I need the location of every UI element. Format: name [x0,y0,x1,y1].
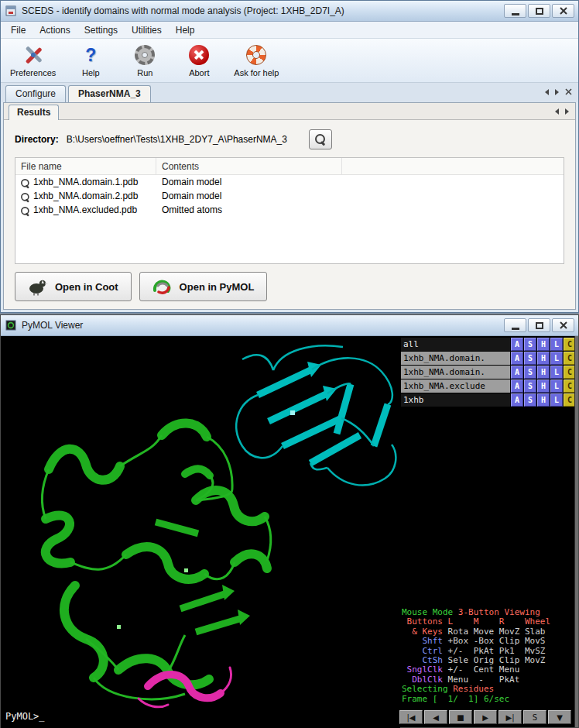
panel-button-label[interactable]: L [550,393,563,407]
help-label: Help [82,68,100,77]
menu-settings[interactable]: Settings [77,23,125,37]
column-file-name[interactable]: File name [15,158,156,174]
preferences-button[interactable]: Preferences [7,42,59,79]
results-scroll-right-icon[interactable] [565,108,569,115]
panel-button-hide[interactable]: H [537,393,550,407]
close-button[interactable] [552,4,574,18]
panel-button-action[interactable]: A [511,379,523,393]
object-name[interactable]: 1xhb_NMA.exclude [401,379,510,393]
panel-button-label[interactable]: L [550,352,563,365]
open-in-coot-label: Open in Coot [55,281,118,293]
tab-results[interactable]: Results [9,105,59,120]
browse-directory-button[interactable] [309,129,332,149]
preferences-icon [22,43,45,67]
help-text-segment: Mouse Mode [402,607,458,617]
phasernma-tab-page: Results Directory: B:\Users\oeffner\Test… [3,102,576,310]
minimize-button[interactable] [504,4,526,18]
desktop: SCEDS - identify domains with normal mod… [0,0,579,728]
object-panel: all A S H L C 1xhb_NMA.domain. A S H L C… [401,338,576,407]
panel-button-show[interactable]: S [524,379,536,393]
abort-label: Abort [189,68,209,77]
object-name[interactable]: 1xhb_NMA.domain. [401,352,510,365]
open-in-coot-button[interactable]: Open in Coot [15,272,132,301]
movie-controls: |◀ ◀ ■ ▶ ▶| S ▼ [399,710,571,724]
abort-button[interactable]: Abort [176,42,221,79]
open-in-pymol-button[interactable]: Open in PyMOL [139,272,268,301]
panel-button-action[interactable]: A [511,338,523,351]
panel-button-show[interactable]: S [524,352,536,365]
panel-button-hide[interactable]: H [537,338,550,351]
column-contents[interactable]: Contents [156,158,342,174]
results-scroll-left-icon[interactable] [555,108,559,115]
help-text-segment: & Keys [402,627,448,637]
maximize-button[interactable] [528,4,550,18]
help-text-segment: DblClk [402,675,448,685]
panel-scrollbar[interactable] [574,336,578,727]
file-magnifier-icon [21,178,28,185]
pymol-minimize-button[interactable] [504,318,526,332]
run-button[interactable]: Run [122,42,167,79]
tab-scroll-left-icon[interactable] [545,89,549,95]
sceds-titlebar[interactable]: SCEDS - identify domains with normal mod… [1,1,578,22]
lifebuoy-icon [245,43,268,67]
menu-utilities[interactable]: Utilities [125,23,169,37]
object-name[interactable]: 1xhb [401,393,510,407]
menu-file[interactable]: File [4,23,33,37]
tab-configure[interactable]: Configure [5,85,66,102]
file-name: 1xhb_NMA.domain.1.pdb [33,177,138,187]
rewind-button[interactable]: |◀ [399,710,423,724]
minimize-icon [512,13,519,15]
pymol-command-prompt[interactable]: PyMOL>_ [5,711,45,722]
directory-label: Directory: [15,134,59,145]
panel-button-label[interactable]: L [550,366,563,379]
table-row[interactable]: 1xhb_NMA.excluded.pdb Omitted atoms [15,203,564,217]
panel-button-action[interactable]: A [511,366,523,379]
results-tab-nav [555,108,569,115]
menu-help[interactable]: Help [169,23,202,37]
help-text-segment: +/- Cent Menu [448,664,520,675]
file-table: File name Contents 1xhb_NMA.domain.1.pdb… [15,157,564,264]
play-button[interactable]: ▶ [474,710,497,724]
table-row[interactable]: 1xhb_NMA.domain.1.pdb Domain model [15,175,564,189]
object-row: 1xhb_NMA.exclude A S H L C [401,379,576,393]
panel-button-label[interactable]: L [550,379,563,393]
panel-button-hide[interactable]: H [537,366,550,379]
help-button[interactable]: ? Help [68,42,113,79]
panel-button-show[interactable]: S [524,338,536,351]
file-magnifier-icon [21,206,28,213]
fast-forward-button[interactable]: ▶| [498,710,522,724]
close-icon [560,321,567,329]
menubar: File Actions Settings Utilities Help [1,22,578,39]
stop-button[interactable]: ■ [449,710,472,724]
sceds-app-icon [5,5,17,17]
ask-for-help-button[interactable]: Ask for help [231,42,282,79]
file-contents: Domain model [156,191,342,201]
tab-scroll-right-icon[interactable] [555,89,559,95]
panel-button-label[interactable]: L [550,338,563,351]
pymol-maximize-button[interactable] [528,318,550,332]
panel-button-action[interactable]: A [511,352,523,365]
pymol-titlebar[interactable]: PyMOL Viewer [1,315,578,336]
help-text-segment: Residues [453,684,494,694]
scene-button[interactable]: S [523,710,546,724]
run-gear-icon [133,43,156,67]
help-text-segment: Buttons [402,616,448,627]
object-name[interactable]: 1xhb_NMA.domain. [401,366,510,379]
object-name[interactable]: all [401,338,510,351]
panel-button-action[interactable]: A [511,393,523,407]
tab-phasernma-3[interactable]: PhaserNMA_3 [68,85,151,103]
panel-button-show[interactable]: S [524,393,536,407]
file-magnifier-icon [21,192,28,199]
help-text-segment: Shft [402,636,448,646]
menu-dropdown-button[interactable]: ▼ [548,710,571,724]
panel-button-hide[interactable]: H [537,352,550,365]
step-back-button[interactable]: ◀ [424,710,447,724]
menu-actions[interactable]: Actions [33,23,77,37]
pymol-close-button[interactable] [552,318,574,332]
panel-button-hide[interactable]: H [537,379,550,393]
table-row[interactable]: 1xhb_NMA.domain.2.pdb Domain model [15,189,564,203]
close-icon [560,7,567,15]
tab-close-icon[interactable] [565,88,572,95]
panel-button-show[interactable]: S [524,366,536,379]
protein-viewport[interactable] [1,336,400,728]
